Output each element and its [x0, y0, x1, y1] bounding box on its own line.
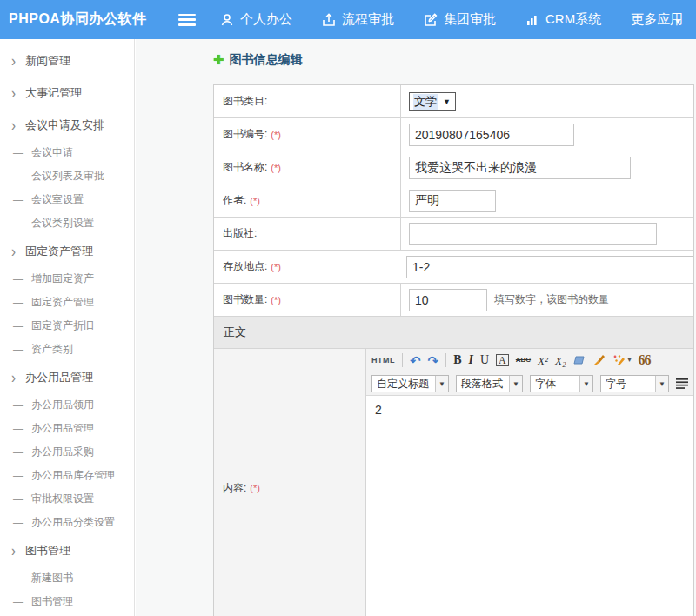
- font-size-select[interactable]: 字号 ▼: [600, 375, 669, 392]
- dash-icon: —: [13, 446, 23, 459]
- chevron-right-icon: ›: [11, 244, 16, 259]
- sidebar-group-2[interactable]: ›会议申请及安排: [0, 109, 134, 141]
- sidebar-item-4[interactable]: —会议列表及审批: [0, 164, 134, 188]
- category-selected-value: 文学: [413, 94, 438, 110]
- sidebar-group-7[interactable]: ›固定资产管理: [0, 235, 134, 267]
- section-header-body: 正文: [214, 317, 693, 349]
- blockquote-button[interactable]: 66: [638, 353, 650, 367]
- sidebar-item-label: 固定资产折旧: [31, 318, 94, 333]
- sidebar-item-3[interactable]: —会议申请: [0, 141, 134, 164]
- more-apps-caret-icon[interactable]: ▾: [675, 16, 680, 27]
- sidebar-item-6[interactable]: —会议类别设置: [0, 211, 134, 235]
- app-window: PHPOA协同办公软件 个人办公 流程审批 集团审批 CRM系统 更多应用: [0, 0, 696, 616]
- field-label: 存放地点:: [223, 259, 267, 274]
- sidebar-item-label: 新建图书: [31, 571, 73, 586]
- author-input[interactable]: [409, 190, 496, 212]
- publisher-input[interactable]: [409, 223, 657, 245]
- sidebar-item-11[interactable]: —资产类别: [0, 338, 134, 361]
- sidebar-item-15[interactable]: —办公用品采购: [0, 440, 134, 464]
- sidebar-group-1[interactable]: ›大事记管理: [0, 77, 134, 109]
- sidebar-item-label: 办公用品管理: [25, 370, 93, 385]
- form-row-content: 内容: (*) HTML ↶ ↷ B I U A ABC: [214, 349, 693, 616]
- html-source-button[interactable]: HTML: [371, 357, 395, 365]
- dash-icon: —: [13, 297, 23, 309]
- book-edit-form: 图书类目: 文学 ▼ 图书编号:(*) 图书名称:(*) 作者:(*): [213, 84, 694, 616]
- nav-crm-system[interactable]: CRM系统: [525, 11, 601, 28]
- sidebar-item-5[interactable]: —会议室设置: [0, 188, 134, 211]
- sidebar-item-label: 固定资产管理: [25, 244, 93, 259]
- font-color-button[interactable]: A: [496, 354, 509, 366]
- chevron-down-icon: ▾: [627, 357, 631, 364]
- nav-label: 流程审批: [342, 11, 394, 28]
- sidebar-menu: ›新闻管理›大事记管理›会议申请及安排—会议申请—会议列表及审批—会议室设置—会…: [0, 39, 135, 616]
- clean-format-brush-icon[interactable]: [592, 354, 606, 366]
- chevron-down-icon: ▼: [509, 376, 522, 392]
- dash-icon: —: [13, 273, 23, 285]
- chevron-right-icon: ›: [11, 117, 16, 133]
- subscript-button[interactable]: X₂: [555, 355, 566, 366]
- sidebar-item-13[interactable]: —办公用品领用: [0, 393, 134, 417]
- bold-button[interactable]: B: [453, 354, 461, 366]
- format-painter-icon[interactable]: ▾: [612, 354, 631, 366]
- nav-group-approval[interactable]: 集团审批: [424, 11, 496, 28]
- required-mark: (*): [271, 163, 281, 173]
- chevron-right-icon: ›: [11, 53, 16, 69]
- nav-workflow-approval[interactable]: 流程审批: [322, 11, 394, 28]
- undo-icon[interactable]: ↶: [410, 354, 421, 367]
- sidebar-item-16[interactable]: —办公用品库存管理: [0, 464, 134, 487]
- sidebar-item-label: 办公用品分类设置: [31, 515, 115, 530]
- justify-align-icon[interactable]: [676, 378, 688, 389]
- quantity-input[interactable]: [409, 289, 487, 311]
- sidebar-item-label: 办公用品领用: [31, 398, 94, 412]
- eraser-icon[interactable]: [572, 355, 586, 365]
- sidebar-item-label: 会议申请: [31, 145, 73, 160]
- dash-icon: —: [13, 399, 23, 412]
- italic-button[interactable]: I: [469, 354, 473, 366]
- rich-text-editor: HTML ↶ ↷ B I U A ABC X² X₂: [365, 349, 693, 616]
- form-row-publisher: 出版社:: [214, 218, 693, 251]
- book-number-input[interactable]: [409, 124, 574, 146]
- chart-icon: [525, 13, 539, 27]
- field-label: 内容:: [223, 481, 246, 496]
- toolbar-divider: [402, 353, 403, 367]
- dash-icon: —: [13, 470, 23, 482]
- editor-content-area[interactable]: 2: [366, 396, 693, 616]
- hamburger-menu-icon[interactable]: [178, 14, 196, 26]
- sidebar-item-14[interactable]: —办公用品管理: [0, 417, 134, 440]
- main-content: ✚ 图书信息编辑 图书类目: 文学 ▼ 图书编号:(*) 图书名称:(*): [136, 39, 696, 616]
- chevron-down-icon: ▼: [435, 376, 448, 392]
- dash-icon: —: [13, 344, 23, 356]
- dash-icon: —: [13, 572, 23, 585]
- sidebar-item-label: 办公用品库存管理: [31, 468, 115, 483]
- paragraph-format-select[interactable]: 段落格式 ▼: [456, 375, 523, 392]
- sidebar-item-9[interactable]: —固定资产管理: [0, 291, 134, 314]
- field-label: 图书编号:: [223, 127, 267, 142]
- sidebar-group-0[interactable]: ›新闻管理: [0, 44, 134, 77]
- sidebar-item-8[interactable]: —增加固定资产: [0, 267, 134, 291]
- underline-button[interactable]: U: [480, 354, 489, 366]
- nav-personal-office[interactable]: 个人办公: [220, 11, 292, 28]
- custom-title-select[interactable]: 自定义标题 ▼: [371, 375, 449, 392]
- form-row-location: 存放地点:(*): [214, 251, 693, 284]
- superscript-button[interactable]: X²: [538, 355, 548, 366]
- location-input[interactable]: [406, 256, 693, 278]
- dash-icon: —: [13, 423, 23, 435]
- strikethrough-button[interactable]: ABC: [516, 357, 531, 364]
- category-select[interactable]: 文学 ▼: [409, 92, 456, 111]
- sidebar-item-18[interactable]: —办公用品分类设置: [0, 511, 134, 534]
- book-name-input[interactable]: [409, 157, 631, 179]
- sidebar-item-17[interactable]: —审批权限设置: [0, 487, 134, 511]
- field-label: 图书名称:: [223, 160, 267, 175]
- sidebar-item-label: 审批权限设置: [31, 492, 94, 506]
- sidebar-item-10[interactable]: —固定资产折旧: [0, 314, 134, 338]
- field-label: 图书数量:: [223, 292, 267, 307]
- font-family-select[interactable]: 字体 ▼: [530, 375, 593, 392]
- required-mark: (*): [250, 196, 260, 206]
- dash-icon: —: [13, 596, 23, 608]
- sidebar-item-20[interactable]: —新建图书: [0, 566, 134, 590]
- sidebar-group-12[interactable]: ›办公用品管理: [0, 361, 134, 393]
- sidebar-item-21[interactable]: —图书管理: [0, 590, 134, 613]
- sidebar-group-19[interactable]: ›图书管理: [0, 534, 134, 566]
- redo-icon[interactable]: ↷: [428, 354, 439, 367]
- required-mark: (*): [250, 483, 260, 493]
